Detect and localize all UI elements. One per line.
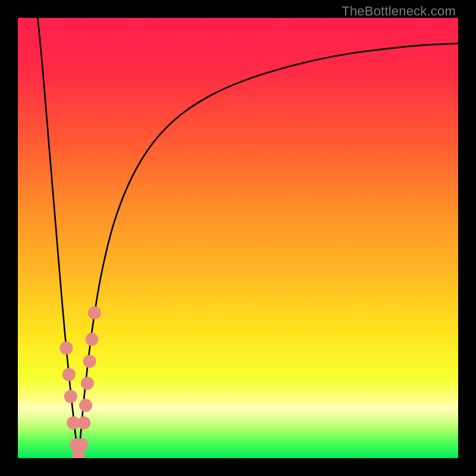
curve-right-branch xyxy=(79,43,458,458)
marker-dot xyxy=(88,306,101,320)
chart-curves xyxy=(18,18,458,458)
marker-dot xyxy=(62,368,76,381)
marker-dot xyxy=(77,416,90,430)
marker-dot xyxy=(60,342,73,355)
marker-dot xyxy=(79,399,92,412)
marker-dot xyxy=(85,333,98,346)
marker-dot xyxy=(83,355,96,368)
plot-area xyxy=(18,18,458,458)
watermark-text: TheBottleneck.com xyxy=(342,4,456,19)
marker-dot xyxy=(64,390,77,403)
chart-frame: TheBottleneck.com xyxy=(0,0,476,476)
marker-dot xyxy=(81,377,94,390)
marker-dot xyxy=(75,439,88,452)
